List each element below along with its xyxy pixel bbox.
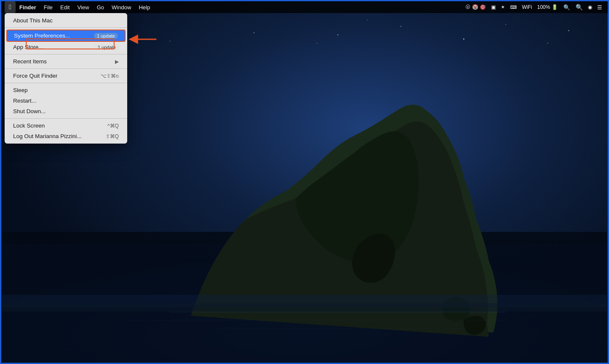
logout-shortcut: ⇧⌘Q	[106, 133, 119, 139]
airplay-icon[interactable]: ▣	[489, 1, 498, 13]
system-preferences-item[interactable]: System Preferences... 1 update	[6, 30, 126, 42]
menubar-go[interactable]: Go	[93, 1, 108, 13]
menubar-file[interactable]: File	[40, 1, 57, 13]
arrow-annotation	[126, 31, 160, 48]
keyboard-icon[interactable]: ⌨	[508, 1, 519, 13]
svg-rect-17	[212, 329, 464, 329]
shutdown-label: Shut Down...	[13, 108, 119, 114]
force-quit-item[interactable]: Force Quit Finder ⌥⇧⌘⎋	[6, 71, 126, 81]
svg-point-1	[337, 34, 338, 35]
separator-3	[5, 68, 127, 69]
svg-point-2	[400, 26, 401, 27]
about-this-mac-label: About This Mac	[13, 17, 119, 24]
svg-rect-14	[2, 303, 607, 312]
recent-items-label: Recent Items	[13, 58, 115, 65]
svg-rect-16	[128, 320, 506, 321]
lock-screen-label: Lock Screen	[13, 122, 107, 129]
sleep-item[interactable]: Sleep	[6, 85, 126, 95]
menubar-edit[interactable]: Edit	[57, 1, 74, 13]
shutdown-item[interactable]: Shut Down...	[6, 106, 126, 117]
system-preferences-label: System Preferences...	[14, 33, 94, 39]
svg-point-7	[254, 32, 254, 33]
force-quit-label: Force Quit Finder	[13, 73, 101, 79]
app-store-update-badge: 1 update	[95, 44, 119, 50]
svg-point-3	[463, 38, 464, 39]
recent-items-arrow: ▶	[115, 59, 119, 65]
user-icon[interactable]: ◉	[586, 1, 594, 13]
svg-point-10	[367, 20, 367, 20]
menubar:  Finder File Edit View Go Window Help ⦿…	[1, 1, 608, 13]
menubar-window[interactable]: Window	[108, 1, 135, 13]
menubar-finder[interactable]: Finder	[16, 1, 40, 13]
svg-point-5	[547, 43, 548, 43]
status-icons[interactable]: ⦿ 🤡 🎯	[463, 1, 488, 13]
clock: 🔍	[561, 1, 573, 13]
svg-point-8	[169, 41, 170, 41]
separator-1	[5, 27, 127, 28]
recent-items-item[interactable]: Recent Items ▶	[6, 56, 126, 67]
menubar-view[interactable]: View	[74, 1, 93, 13]
svg-point-9	[568, 30, 569, 31]
lock-screen-item[interactable]: Lock Screen ^⌘Q	[6, 120, 126, 131]
force-quit-shortcut: ⌥⇧⌘⎋	[101, 73, 119, 79]
app-store-label: App Store...	[13, 44, 95, 50]
control-center-icon[interactable]: ☰	[595, 1, 604, 13]
lock-screen-shortcut: ^⌘Q	[107, 123, 119, 129]
logout-label: Log Out Marianna Pizzini...	[13, 133, 106, 139]
wifi-icon[interactable]: WiFi	[520, 1, 534, 13]
apple-dropdown-menu: About This Mac System Preferences... 1 u…	[5, 13, 127, 144]
separator-4	[5, 83, 127, 83]
menubar-right: ⦿ 🤡 🎯 ▣ ✴ ⌨ WiFi 100% 🔋 🔍 🔍 ◉ ☰	[463, 1, 604, 13]
sleep-label: Sleep	[13, 87, 119, 93]
about-this-mac-item[interactable]: About This Mac	[6, 15, 126, 26]
bluetooth-icon[interactable]: ✴	[499, 1, 507, 13]
restart-label: Restart...	[13, 98, 119, 104]
apple-menu-button[interactable]: 	[5, 1, 16, 13]
svg-rect-15	[170, 312, 505, 312]
restart-item[interactable]: Restart...	[6, 95, 126, 106]
battery-indicator[interactable]: 100% 🔋	[535, 1, 560, 13]
separator-5	[5, 118, 127, 119]
menubar-left:  Finder File Edit View Go Window Help	[5, 1, 154, 13]
svg-point-6	[317, 43, 317, 44]
spotlight-icon[interactable]: 🔍	[573, 1, 585, 13]
logout-item[interactable]: Log Out Marianna Pizzini... ⇧⌘Q	[6, 131, 126, 141]
system-prefs-update-badge: 1 update	[94, 33, 118, 39]
svg-point-4	[505, 24, 506, 25]
menubar-help[interactable]: Help	[135, 1, 154, 13]
separator-2	[5, 54, 127, 54]
app-store-item[interactable]: App Store... 1 update	[6, 42, 126, 52]
